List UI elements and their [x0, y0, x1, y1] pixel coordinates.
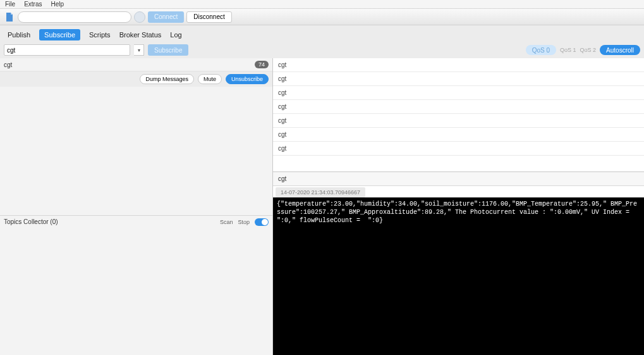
menu-extras[interactable]: Extras — [24, 1, 42, 8]
topic-actions: Dump Messages Mute Unsubscribe — [0, 72, 272, 87]
message-row[interactable]: cgt — [273, 128, 644, 142]
main-split: cgt 74 Dump Messages Mute Unsubscribe To… — [0, 58, 644, 355]
broker-address-input[interactable] — [18, 11, 131, 23]
tab-broker-status[interactable]: Broker Status — [119, 31, 162, 39]
message-row[interactable]: cgt — [273, 58, 644, 72]
message-timestamp: 14-07-2020 21:34:03.70946667 — [276, 187, 365, 197]
payload-viewer[interactable]: {"temperature":23.00,"humidity":34.00,"s… — [273, 197, 644, 355]
menu-bar: File Extras Help — [0, 0, 644, 9]
qos0-button[interactable]: QoS 0 — [526, 45, 556, 55]
document-icon — [4, 11, 15, 23]
connect-button[interactable]: Connect — [148, 11, 184, 23]
toolbar: Connect Disconnect — [0, 9, 644, 25]
autoscroll-button[interactable]: Autoscroll — [600, 45, 640, 55]
topics-collector-header: Topics Collector (0) Scan Stop — [0, 215, 272, 228]
left-pane: cgt 74 Dump Messages Mute Unsubscribe To… — [0, 58, 273, 355]
menu-file[interactable]: File — [5, 1, 15, 8]
topic-input[interactable] — [4, 44, 130, 56]
collector-toggle[interactable] — [255, 218, 269, 226]
dump-messages-button[interactable]: Dump Messages — [140, 74, 194, 84]
message-row[interactable]: cgt — [273, 114, 644, 128]
qos1-label[interactable]: QoS 1 — [560, 47, 576, 53]
subscribe-bar: ▾ Subscribe QoS 0 QoS 1 QoS 2 Autoscroll — [0, 42, 644, 58]
chevron-down-icon[interactable]: ▾ — [134, 44, 144, 56]
mute-button[interactable]: Mute — [198, 74, 222, 84]
tab-log[interactable]: Log — [170, 31, 181, 39]
message-row[interactable]: cgt — [273, 86, 644, 100]
right-pane: cgt cgt cgt cgt cgt cgt cgt cgt 14-07-20… — [273, 58, 644, 355]
disconnect-button[interactable]: Disconnect — [186, 11, 231, 23]
message-row[interactable]: cgt — [273, 100, 644, 114]
refresh-icon[interactable] — [134, 11, 145, 23]
subscribed-topic-row[interactable]: cgt 74 — [0, 58, 272, 72]
tab-subscribe[interactable]: Subscribe — [39, 29, 80, 40]
qos2-label[interactable]: QoS 2 — [580, 47, 597, 53]
tab-bar: Publish Subscribe Scripts Broker Status … — [0, 25, 644, 42]
topics-collector-body — [0, 228, 272, 356]
topics-collector-label: Topics Collector (0) — [4, 218, 58, 225]
menu-help[interactable]: Help — [51, 1, 64, 8]
message-list[interactable]: cgt cgt cgt cgt cgt cgt cgt — [273, 58, 644, 172]
message-count-badge: 74 — [255, 61, 269, 68]
tab-scripts[interactable]: Scripts — [89, 31, 111, 39]
subscribe-button[interactable]: Subscribe — [148, 44, 188, 56]
message-row[interactable]: cgt — [273, 142, 644, 156]
message-row[interactable]: cgt — [273, 72, 644, 86]
selected-message-topic: cgt — [273, 172, 644, 186]
tab-publish[interactable]: Publish — [8, 31, 30, 39]
unsubscribe-button[interactable]: Unsubscribe — [226, 74, 269, 84]
topic-list-area — [0, 87, 272, 215]
scan-button[interactable]: Scan — [220, 219, 233, 225]
stop-button[interactable]: Stop — [238, 219, 250, 225]
subscribed-topic-label: cgt — [4, 61, 12, 68]
